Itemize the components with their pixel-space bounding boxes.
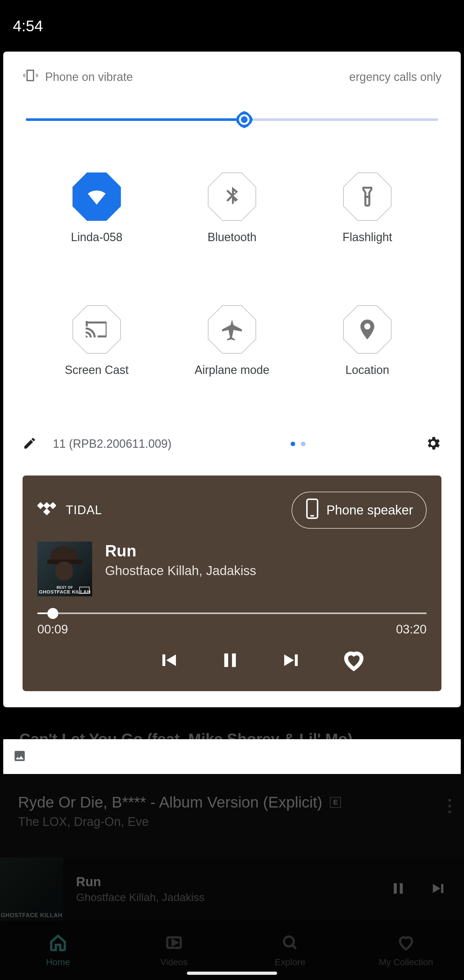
qs-tile-location[interactable]: Location — [306, 305, 429, 377]
wifi-icon — [85, 185, 109, 208]
duration-time: 03:20 — [396, 622, 427, 636]
pause-button[interactable] — [218, 649, 242, 672]
svg-rect-4 — [43, 502, 50, 509]
track-artist: Ghostface Killah, Jadakiss — [105, 563, 256, 578]
notification-icons-row[interactable] — [3, 739, 461, 774]
airplane-icon — [220, 318, 244, 341]
phone-icon — [305, 498, 319, 522]
brightness-slider[interactable] — [26, 118, 438, 121]
elapsed-time: 00:09 — [37, 622, 68, 636]
app-brand: TIDAL — [37, 502, 102, 518]
build-label: 11 (RPB2.200611.009) — [53, 437, 172, 451]
bluetooth-icon — [220, 185, 244, 208]
media-notification: TIDAL Phone speaker BEST OFGHOSTFACE KIL… — [22, 476, 442, 691]
qs-tile-airplane[interactable]: Airplane mode — [171, 305, 293, 377]
pager-dot — [291, 442, 295, 446]
album-art[interactable]: BEST OFGHOSTFACE KILLAH — [37, 542, 92, 597]
settings-button[interactable] — [425, 435, 442, 453]
network-status: ergency calls only — [349, 70, 442, 84]
ringer-status: Phone on vibrate — [22, 68, 133, 86]
svg-rect-6 — [43, 508, 50, 515]
tidal-logo-icon — [37, 502, 56, 518]
svg-rect-5 — [49, 502, 56, 509]
background-app: Ryde Or Die, B**** - Album Version (Expl… — [0, 774, 464, 980]
clock-time: 4:54 — [13, 17, 43, 35]
favorite-button[interactable] — [342, 649, 365, 672]
location-icon — [355, 318, 379, 341]
qs-tile-wifi[interactable]: Linda-058 — [35, 172, 158, 244]
brightness-thumb[interactable] — [235, 110, 254, 129]
svg-rect-3 — [37, 502, 44, 509]
cast-icon — [85, 318, 109, 341]
pager-dots[interactable] — [291, 442, 305, 446]
gesture-handle[interactable] — [187, 972, 277, 975]
edit-tiles-button[interactable] — [22, 436, 37, 452]
qs-tile-flashlight[interactable]: Flashlight — [306, 172, 429, 244]
seek-bar[interactable]: 00:09 03:20 — [37, 612, 427, 636]
pager-dot — [301, 442, 305, 446]
output-button[interactable]: Phone speaker — [292, 492, 427, 529]
svg-point-2 — [241, 116, 248, 123]
prev-button[interactable] — [157, 649, 180, 672]
screenshot-icon — [13, 749, 26, 764]
flashlight-icon — [355, 185, 379, 208]
track-title: Run — [105, 542, 256, 560]
brightness-fill — [26, 118, 244, 121]
qs-tile-bluetooth[interactable]: Bluetooth — [171, 172, 293, 244]
status-bar: 4:54 — [0, 0, 464, 52]
qs-tile-cast[interactable]: Screen Cast — [35, 305, 158, 377]
next-button[interactable] — [280, 649, 304, 672]
vibrate-icon — [22, 68, 38, 86]
quick-settings-panel: Phone on vibrate ergency calls only Lind… — [3, 52, 461, 707]
